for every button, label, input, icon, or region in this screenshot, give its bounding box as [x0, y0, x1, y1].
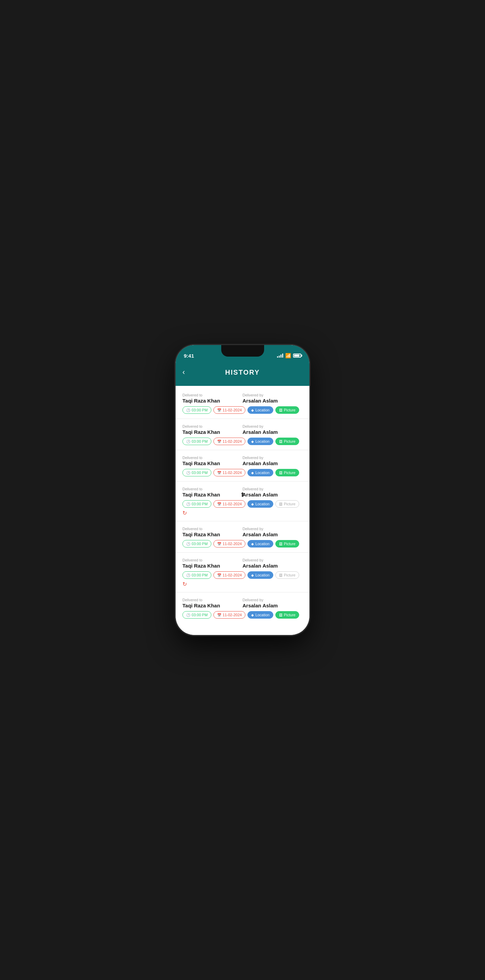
time-tag[interactable]: 🕐 03:00 PM [183, 611, 211, 619]
back-button[interactable]: ‹ [183, 368, 185, 377]
delivered-by-label: Delivered by [243, 598, 303, 602]
deliverer-name: Arsalan Aslam [243, 460, 303, 466]
deliverer-col: Delivered by Arsalan Aslam [243, 487, 303, 498]
delivered-by-label: Delivered by [243, 558, 303, 562]
location-icon: ◆ [251, 408, 254, 412]
location-tag[interactable]: ◆ Location [247, 611, 273, 619]
delivered-to-label: Delivered to [183, 487, 243, 491]
location-icon: ◆ [251, 471, 254, 475]
location-label: Location [255, 471, 270, 475]
picture-icon-gray: 🖼 [279, 573, 283, 577]
delivered-to-label: Delivered to [183, 393, 243, 397]
location-icon: ◆ [251, 542, 254, 546]
location-tag[interactable]: ◆ Location [247, 438, 273, 445]
picture-tag[interactable]: 🖼 Picture [275, 406, 299, 414]
wifi-icon: 📶 [285, 353, 291, 358]
recipient-name: Taqi Raza Khan [183, 531, 243, 537]
location-icon: ◆ [251, 573, 254, 577]
location-label: Location [255, 613, 270, 617]
location-label: Location [255, 439, 270, 443]
deliverer-col: Delivered by Arsalan Aslam [243, 424, 303, 435]
recipient-col: Delivered to Taqi Raza Khan [183, 527, 243, 537]
content-area[interactable]: Delivered to Taqi Raza Khan Delivered by… [176, 384, 309, 635]
delivery-info-row: Delivered to Taqi Raza Khan Delivered by… [183, 456, 302, 466]
picture-icon: 🖼 [279, 542, 283, 546]
time-tag[interactable]: 🕐 03:00 PM [183, 438, 211, 445]
date-tag[interactable]: 📅 11-02-2024 [213, 571, 245, 579]
tags-row: 🕐 03:00 PM 📅 11-02-2024 ◆ Location 🖼 Pic… [183, 500, 302, 516]
date-tag[interactable]: 📅 11-02-2024 [213, 406, 245, 414]
picture-tag[interactable]: 🖼 Picture [275, 469, 299, 476]
date-tag[interactable]: 📅 11-02-2024 [213, 611, 245, 619]
refresh-icon[interactable]: ↻ [183, 510, 187, 516]
deliverer-name: Arsalan Aslam [243, 603, 303, 608]
deliverer-col: Delivered by Arsalan Aslam [243, 527, 303, 537]
time-tag[interactable]: 🕐 03:00 PM [183, 469, 211, 476]
deliverer-name: Arsalan Aslam [243, 531, 303, 537]
calendar-icon: 📅 [217, 613, 221, 617]
recipient-col: Delivered to Taqi Raza Khan [183, 393, 243, 404]
delivered-by-label: Delivered by [243, 456, 303, 460]
refresh-icon[interactable]: ↻ [183, 581, 187, 587]
picture-icon: 🖼 [279, 408, 283, 412]
deliverer-col: Delivered by Arsalan Aslam [243, 598, 303, 608]
location-label: Location [255, 542, 270, 546]
picture-label-gray: Picture [284, 573, 296, 577]
location-label: Location [255, 502, 270, 506]
time-tag[interactable]: 🕐 03:00 PM [183, 540, 211, 547]
delivered-by-label: Delivered by [243, 424, 303, 428]
date-tag[interactable]: 📅 11-02-2024 [213, 540, 245, 547]
time-value: 03:00 PM [192, 471, 208, 475]
calendar-icon: 📅 [217, 542, 221, 546]
time-tag[interactable]: 🕐 03:00 PM [183, 500, 211, 508]
battery-icon [293, 353, 301, 358]
tags-row: 🕐 03:00 PM 📅 11-02-2024 ◆ Location 🖼 Pic… [183, 611, 302, 619]
date-tag[interactable]: 📅 11-02-2024 [213, 469, 245, 476]
delivered-to-label: Delivered to [183, 598, 243, 602]
recipient-name: Taqi Raza Khan [183, 492, 243, 498]
deliverer-col: Delivered by Arsalan Aslam [243, 456, 303, 466]
time-tag[interactable]: 🕐 03:00 PM [183, 571, 211, 579]
time-tag[interactable]: 🕐 03:00 PM [183, 406, 211, 414]
deliverer-name: Arsalan Aslam [243, 563, 303, 569]
delivered-to-label: Delivered to [183, 527, 243, 531]
delivery-item: Delivered to Taqi Raza Khan Delivered by… [176, 592, 309, 624]
deliverer-name: Arsalan Aslam [243, 429, 303, 435]
tags-row: 🕐 03:00 PM 📅 11-02-2024 ◆ Location 🖼 Pic… [183, 571, 302, 587]
location-label: Location [255, 573, 270, 577]
recipient-name: Taqi Raza Khan [183, 429, 243, 435]
tags-row: 🕐 03:00 PM 📅 11-02-2024 ◆ Location 🖼 Pic… [183, 438, 302, 445]
date-tag[interactable]: 📅 11-02-2024 [213, 438, 245, 445]
location-tag[interactable]: ◆ Location [247, 500, 273, 508]
delivered-to-label: Delivered to [183, 424, 243, 428]
picture-tag[interactable]: 🖼 Picture [275, 540, 299, 547]
location-tag[interactable]: ◆ Location [247, 469, 273, 476]
app-header: ‹ HISTORY [176, 362, 309, 386]
delivery-info-row: Delivered to Taqi Raza Khan Delivered by… [183, 527, 302, 537]
tags-row: 🕐 03:00 PM 📅 11-02-2024 ◆ Location 🖼 Pic… [183, 540, 302, 547]
delivery-info-row: Delivered to Taqi Raza Khan Delivered by… [183, 424, 302, 435]
delivery-info-row: Delivered to Taqi Raza Khan Delivered by… [183, 393, 302, 404]
picture-tag[interactable]: 🖼 Picture [275, 438, 299, 445]
deliverer-name: Arsalan Aslam [243, 492, 303, 498]
date-tag[interactable]: 📅 11-02-2024 [213, 500, 245, 508]
picture-icon: 🖼 [279, 613, 283, 617]
picture-tag[interactable]: 🖼 Picture [275, 611, 299, 619]
picture-label: Picture [284, 542, 296, 546]
signal-icon [277, 353, 283, 358]
date-value: 11-02-2024 [223, 542, 242, 546]
location-icon: ◆ [251, 440, 254, 443]
recipient-col: Delivered to Taqi Raza Khan [183, 598, 243, 608]
page-title: HISTORY [225, 369, 260, 376]
recipient-col: Delivered to Taqi Raza Khan [183, 424, 243, 435]
picture-icon-gray: 🖼 [279, 502, 283, 506]
delivery-info-row: Delivered to Taqi Raza Khan Delivered by… [183, 558, 302, 569]
location-icon: ◆ [251, 613, 254, 617]
deliverer-name: Arsalan Aslam [243, 398, 303, 404]
location-tag[interactable]: ◆ Location [247, 406, 273, 414]
delivery-item: Delivered to Taqi Raza Khan Delivered by… [176, 521, 309, 553]
location-tag[interactable]: ◆ Location [247, 540, 273, 547]
phone-frame: 9:41 📶 ‹ HISTORY [176, 345, 309, 635]
location-tag[interactable]: ◆ Location [247, 571, 273, 579]
time-value: 03:00 PM [192, 542, 208, 546]
